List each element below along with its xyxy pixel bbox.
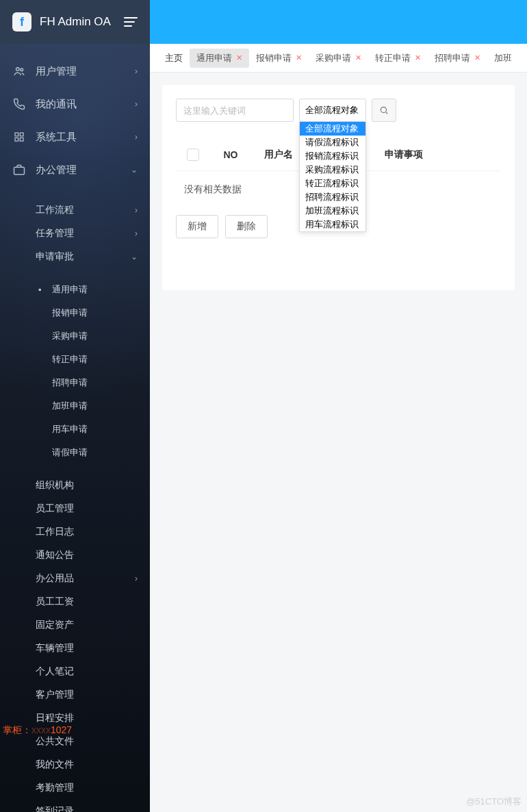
sidebar-item-label: 组织机构 xyxy=(36,479,138,492)
sidebar-item-attendance[interactable]: 考勤管理 xyxy=(0,776,150,800)
close-icon[interactable]: ✕ xyxy=(474,53,480,62)
sidebar-item-label: 请假申请 xyxy=(52,446,138,459)
sidebar-item-tasks[interactable]: 任务管理 › xyxy=(0,222,150,245)
sidebar-header: f FH Admin OA xyxy=(0,0,150,44)
sidebar-item-label: 转正申请 xyxy=(52,353,138,366)
sidebar-item-regular-apply[interactable]: 转正申请 xyxy=(0,348,150,371)
sidebar-item-car-apply[interactable]: 用车申请 xyxy=(0,418,150,441)
dropdown-option[interactable]: 加班流程标识 xyxy=(300,204,365,218)
tab-label: 报销申请 xyxy=(256,52,292,64)
sidebar-item-label: 用户管理 xyxy=(36,65,135,78)
sidebar-item-approval[interactable]: 申请审批 ⌄ xyxy=(0,245,150,268)
sidebar-item-label: 招聘申请 xyxy=(52,377,138,389)
close-icon[interactable]: ✕ xyxy=(355,53,361,62)
dropdown-option[interactable]: 报销流程标识 xyxy=(300,149,365,163)
chevron-down-icon: ⌄ xyxy=(131,252,138,262)
chevron-right-icon: › xyxy=(135,574,138,583)
svg-point-0 xyxy=(16,68,20,71)
dropdown-option[interactable]: 转正流程标识 xyxy=(300,177,365,190)
sidebar-item-salary[interactable]: 员工工资 xyxy=(0,590,150,613)
approval-submenu: 通用申请 报销申请 采购申请 转正申请 招聘申请 加班申请 用车申请 请假申请 xyxy=(0,268,150,474)
sidebar-item-customers[interactable]: 客户管理 xyxy=(0,683,150,707)
close-icon[interactable]: ✕ xyxy=(236,53,242,62)
sidebar-item-label: 考勤管理 xyxy=(36,782,138,794)
tab-purchase-apply[interactable]: 采购申请✕ xyxy=(309,49,368,68)
sidebar-item-staff[interactable]: 员工管理 xyxy=(0,497,150,520)
svg-rect-3 xyxy=(20,133,23,136)
tab-recruit-apply[interactable]: 招聘申请✕ xyxy=(428,49,487,68)
topbar xyxy=(150,0,527,44)
search-button[interactable] xyxy=(372,99,396,122)
select-all-checkbox[interactable] xyxy=(187,149,199,161)
svg-rect-6 xyxy=(14,167,25,175)
sidebar-item-myfiles[interactable]: 我的文件 xyxy=(0,753,150,776)
sidebar-item-users[interactable]: 用户管理 › xyxy=(0,55,150,88)
sidebar-item-contacts[interactable]: 我的通讯 › xyxy=(0,88,150,120)
tab-label: 转正申请 xyxy=(375,52,411,64)
sidebar-item-label: 通用申请 xyxy=(52,283,138,296)
sidebar-item-worklog[interactable]: 工作日志 xyxy=(0,520,150,544)
svg-rect-4 xyxy=(15,138,18,141)
sidebar-item-workflow[interactable]: 工作流程 › xyxy=(0,199,150,222)
sidebar-item-notice[interactable]: 通知公告 xyxy=(0,544,150,567)
sidebar-item-recruit-apply[interactable]: 招聘申请 xyxy=(0,371,150,394)
select-value: 全部流程对象 xyxy=(299,99,366,122)
tab-label: 招聘申请 xyxy=(435,52,470,64)
sidebar-item-office[interactable]: 办公管理 ⌄ xyxy=(0,153,150,186)
phone-icon xyxy=(12,98,26,110)
svg-line-8 xyxy=(386,112,388,114)
tabs-bar: 主页 通用申请✕ 报销申请✕ 采购申请✕ 转正申请✕ 招聘申请✕ 加班 xyxy=(150,44,527,73)
sidebar-item-vehicles[interactable]: 车辆管理 xyxy=(0,637,150,660)
sidebar-item-label: 工作日志 xyxy=(36,526,138,538)
select-dropdown: 全部流程对象 请假流程标识 报销流程标识 采购流程标识 转正流程标识 招聘流程标… xyxy=(299,122,366,232)
chevron-right-icon: › xyxy=(135,99,138,109)
tab-general-apply[interactable]: 通用申请✕ xyxy=(190,49,249,68)
sidebar-item-pubfiles[interactable]: 公共文件 xyxy=(0,730,150,753)
svg-rect-2 xyxy=(15,133,18,136)
dropdown-option[interactable]: 用车流程标识 xyxy=(300,218,365,231)
sidebar-item-tools[interactable]: 系统工具 › xyxy=(0,120,150,153)
tab-home[interactable]: 主页 xyxy=(158,49,190,68)
delete-button[interactable]: 删除 xyxy=(225,215,268,238)
dropdown-option[interactable]: 招聘流程标识 xyxy=(300,190,365,204)
th-no: NO xyxy=(210,149,251,160)
sidebar-item-label: 加班申请 xyxy=(52,400,138,412)
add-button[interactable]: 新增 xyxy=(176,215,218,238)
dropdown-option[interactable]: 请假流程标识 xyxy=(300,136,365,149)
search-input[interactable] xyxy=(176,99,294,122)
tab-reimburse-apply[interactable]: 报销申请✕ xyxy=(249,49,309,68)
close-icon[interactable]: ✕ xyxy=(296,53,302,62)
sidebar-item-reimburse-apply[interactable]: 报销申请 xyxy=(0,301,150,325)
sidebar-item-supplies[interactable]: 办公用品› xyxy=(0,567,150,590)
sidebar-item-schedule[interactable]: 日程安排 xyxy=(0,707,150,730)
sidebar-item-label: 任务管理 xyxy=(36,227,135,240)
main-menu: 用户管理 › 我的通讯 › 系统工具 › 办公管理 ⌄ 工作流程 xyxy=(0,44,150,812)
grid-icon xyxy=(12,131,26,142)
sidebar-item-org[interactable]: 组织机构 xyxy=(0,474,150,497)
sidebar-item-notes[interactable]: 个人笔记 xyxy=(0,660,150,683)
sidebar: f FH Admin OA 用户管理 › 我的通讯 › 系统工具 › xyxy=(0,0,150,812)
tab-regular-apply[interactable]: 转正申请✕ xyxy=(368,49,428,68)
chevron-right-icon: › xyxy=(135,205,138,215)
dropdown-option[interactable]: 采购流程标识 xyxy=(300,163,365,177)
tab-overtime[interactable]: 加班 xyxy=(487,49,519,68)
menu-toggle-icon[interactable] xyxy=(124,17,138,27)
close-icon[interactable]: ✕ xyxy=(415,53,421,62)
sidebar-item-general-apply[interactable]: 通用申请 xyxy=(0,278,150,301)
process-select[interactable]: 全部流程对象 全部流程对象 请假流程标识 报销流程标识 采购流程标识 转正流程标… xyxy=(299,99,366,122)
sidebar-item-assets[interactable]: 固定资产 xyxy=(0,613,150,637)
sidebar-item-checkin[interactable]: 签到记录 xyxy=(0,800,150,812)
dropdown-option[interactable]: 全部流程对象 xyxy=(300,122,365,136)
panel: 全部流程对象 全部流程对象 请假流程标识 报销流程标识 采购流程标识 转正流程标… xyxy=(162,85,515,290)
logo: f xyxy=(12,12,31,31)
tab-label: 主页 xyxy=(165,52,183,64)
sidebar-item-purchase-apply[interactable]: 采购申请 xyxy=(0,325,150,348)
sidebar-item-overtime-apply[interactable]: 加班申请 xyxy=(0,394,150,418)
sidebar-item-label: 固定资产 xyxy=(36,619,138,631)
sidebar-item-leave-apply[interactable]: 请假申请 xyxy=(0,441,150,464)
sidebar-item-label: 工作流程 xyxy=(36,204,135,216)
main: 主页 通用申请✕ 报销申请✕ 采购申请✕ 转正申请✕ 招聘申请✕ 加班 全部流程… xyxy=(150,0,527,812)
tab-label: 加班 xyxy=(494,52,512,64)
svg-point-7 xyxy=(381,107,386,112)
svg-point-1 xyxy=(21,68,23,71)
